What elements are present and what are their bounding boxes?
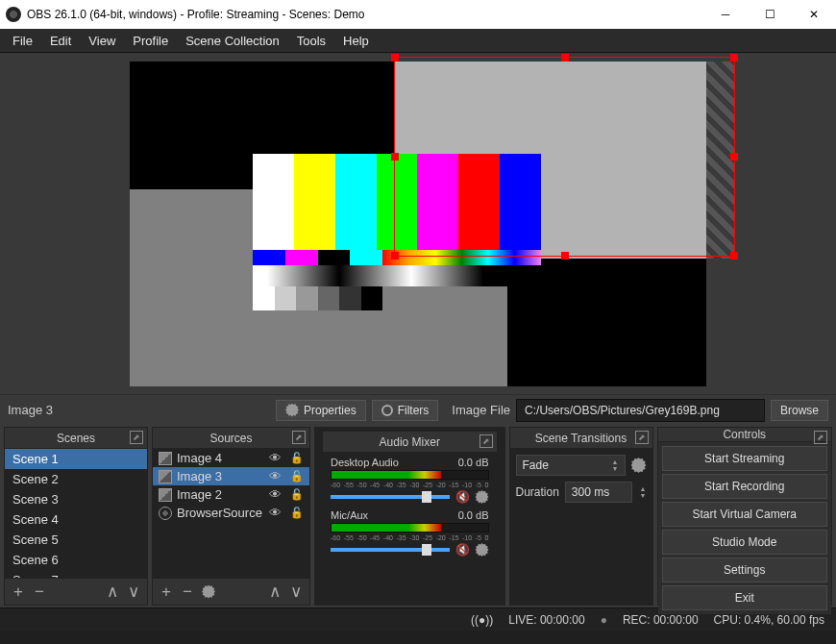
mute-button[interactable]: 🔇 (455, 490, 470, 504)
dock-popout-icon[interactable]: ⬈ (130, 431, 143, 444)
image-icon (159, 470, 172, 483)
source-item[interactable]: Image 4👁🔓 (153, 449, 309, 467)
source-item[interactable]: BrowserSource👁🔓 (153, 504, 309, 522)
audio-meter (331, 523, 489, 533)
start-recording-button[interactable]: Start Recording (662, 474, 828, 499)
filters-button[interactable]: Filters (372, 400, 439, 421)
source-item[interactable]: Image 3👁🔓 (153, 467, 309, 485)
selection-box[interactable] (394, 57, 735, 257)
start-streaming-button[interactable]: Start Streaming (662, 446, 828, 471)
image-file-input[interactable] (516, 399, 765, 422)
gear-icon (285, 404, 299, 417)
scene-item[interactable]: Scene 4 (5, 509, 147, 530)
resize-handle-tl[interactable] (391, 54, 399, 62)
settings-button[interactable]: Settings (662, 557, 828, 582)
menu-scene-collection[interactable]: Scene Collection (177, 29, 288, 53)
menu-tools[interactable]: Tools (288, 29, 334, 53)
resize-handle-br[interactable] (730, 252, 738, 260)
status-cpu: CPU: 0.4%, 60.00 fps (714, 613, 824, 627)
menu-edit[interactable]: Edit (41, 29, 80, 53)
mixer-body: Desktop Audio0.0 dB-60-55-50-45-40-35-30… (323, 453, 497, 601)
lock-toggle[interactable]: 🔓 (290, 507, 304, 519)
dock-popout-icon[interactable]: ⬈ (635, 431, 649, 444)
source-properties-button[interactable] (199, 582, 218, 602)
scene-item[interactable]: Scene 3 (5, 489, 147, 509)
scene-up-button[interactable]: ∧ (103, 582, 122, 602)
scene-down-button[interactable]: ∨ (124, 582, 143, 602)
resize-handle-tr[interactable] (730, 54, 738, 62)
source-up-button[interactable]: ∧ (265, 582, 284, 602)
visibility-toggle[interactable]: 👁 (269, 506, 282, 520)
scene-item[interactable]: Scene 6 (5, 550, 147, 570)
browse-button[interactable]: Browse (771, 400, 828, 421)
visibility-toggle[interactable]: 👁 (269, 487, 282, 502)
scene-remove-button[interactable]: − (30, 582, 49, 602)
preview-area[interactable] (0, 53, 836, 394)
resize-handle-tc[interactable] (561, 54, 569, 62)
context-toolbar: Image 3 Properties Filters Image File Br… (0, 394, 836, 425)
menu-file[interactable]: File (4, 29, 41, 53)
scene-item[interactable]: Scene 5 (5, 530, 147, 550)
sources-list[interactable]: Image 4👁🔓Image 3👁🔓Image 2👁🔓BrowserSource… (153, 449, 309, 578)
colorbar-grayblocks (253, 286, 382, 310)
transitions-header: Scene Transitions⬈ (510, 428, 652, 449)
menu-profile[interactable]: Profile (124, 29, 177, 53)
menu-view[interactable]: View (80, 29, 124, 53)
source-item[interactable]: Image 2👁🔓 (153, 485, 309, 504)
channel-name: Desktop Audio (331, 457, 399, 468)
dock-popout-icon[interactable]: ⬈ (479, 434, 493, 448)
properties-button[interactable]: Properties (276, 400, 366, 421)
transition-settings-button[interactable] (631, 458, 647, 473)
window-maximize-button[interactable]: ☐ (748, 0, 792, 29)
dock-popout-icon[interactable]: ⬈ (814, 431, 827, 444)
mixer-channel: Desktop Audio0.0 dB-60-55-50-45-40-35-30… (331, 457, 489, 504)
start-virtual-camera-button[interactable]: Start Virtual Camera (662, 502, 828, 527)
resize-handle-bc[interactable] (561, 252, 569, 260)
scene-item[interactable]: Scene 7 (5, 570, 147, 578)
filters-icon (381, 405, 393, 416)
dock-popout-icon[interactable]: ⬈ (292, 431, 306, 444)
window-close-button[interactable]: ✕ (792, 0, 836, 29)
scene-item[interactable]: Scene 2 (5, 469, 147, 489)
mixer-header: Audio Mixer⬈ (323, 432, 497, 453)
globe-icon (159, 507, 172, 520)
lock-toggle[interactable]: 🔓 (290, 488, 304, 501)
lock-toggle[interactable]: 🔓 (290, 470, 304, 483)
duration-input[interactable]: 300 ms (565, 482, 632, 503)
source-down-button[interactable]: ∨ (286, 582, 306, 602)
broadcast-icon: ((●)) (471, 613, 493, 627)
controls-dock: Controls⬈ Start StreamingStart Recording… (657, 427, 833, 606)
resize-handle-mr[interactable] (730, 153, 738, 161)
source-remove-button[interactable]: − (178, 582, 197, 602)
volume-slider[interactable]: 🔇 (331, 543, 489, 557)
mute-button[interactable]: 🔇 (455, 543, 470, 557)
preview-canvas[interactable] (130, 62, 706, 386)
mixer-channel: Mic/Aux0.0 dB-60-55-50-45-40-35-30-25-20… (331, 509, 489, 557)
channel-settings-button[interactable] (476, 543, 489, 557)
selected-source-label: Image 3 (8, 403, 53, 417)
scenes-header: Scenes⬈ (5, 428, 147, 449)
controls-header: Controls⬈ (658, 428, 832, 442)
channel-settings-button[interactable] (476, 490, 489, 504)
resize-handle-bl[interactable] (391, 252, 399, 260)
scene-item[interactable]: Scene 1 (5, 449, 147, 469)
visibility-toggle[interactable]: 👁 (269, 451, 282, 465)
studio-mode-button[interactable]: Studio Mode (662, 530, 828, 555)
visibility-toggle[interactable]: 👁 (269, 469, 282, 483)
duration-spinner[interactable]: ▲▼ (640, 485, 647, 499)
status-live: LIVE: 00:00:00 (508, 613, 584, 627)
colorbar-sub1 (253, 250, 382, 265)
scene-add-button[interactable]: + (9, 582, 28, 602)
scenes-list[interactable]: Scene 1Scene 2Scene 3Scene 4Scene 5Scene… (5, 449, 147, 578)
window-minimize-button[interactable]: ─ (703, 0, 748, 29)
exit-button[interactable]: Exit (662, 585, 828, 610)
sources-header: Sources⬈ (153, 428, 309, 449)
status-rec: REC: 00:00:00 (623, 613, 699, 627)
volume-slider[interactable]: 🔇 (331, 490, 489, 504)
source-add-button[interactable]: + (157, 582, 176, 602)
transition-select[interactable]: Fade▲▼ (516, 455, 626, 476)
resize-handle-ml[interactable] (391, 153, 399, 161)
lock-toggle[interactable]: 🔓 (290, 452, 304, 464)
menu-help[interactable]: Help (334, 29, 378, 53)
channel-name: Mic/Aux (331, 509, 368, 521)
